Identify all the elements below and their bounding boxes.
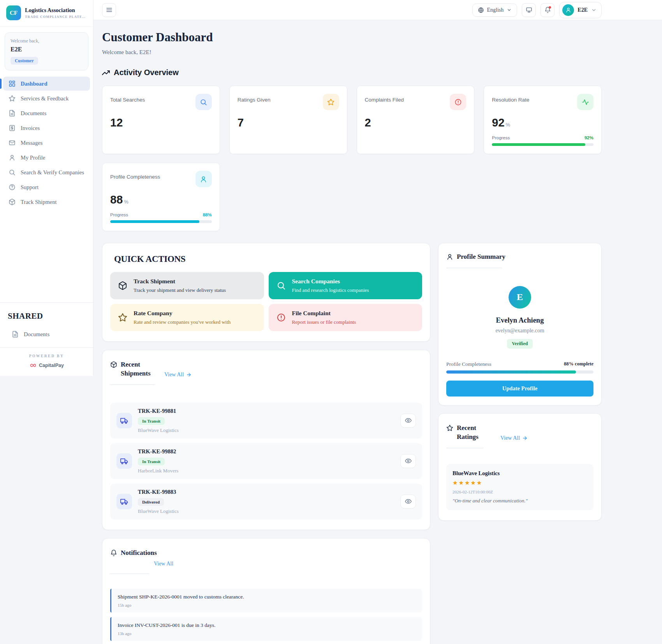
divider — [446, 448, 483, 448]
sidebar-item-label: Services & Feedback — [21, 95, 69, 102]
progress-bar — [492, 143, 593, 146]
quick-action-desc: Rate and review companies you've worked … — [134, 319, 231, 325]
sidebar-item-support[interactable]: Support — [3, 180, 90, 194]
sidebar-item-label: My Profile — [21, 154, 45, 161]
view-shipment-button[interactable] — [400, 495, 416, 509]
sidebar-item-services-feedback[interactable]: Services & Feedback — [3, 91, 90, 105]
quick-action-title: Search Companies — [292, 278, 369, 285]
stat-card-resolution-rate: Resolution Rate 92% Progress 92% — [484, 86, 602, 154]
shipments-view-all-link[interactable]: View All — [164, 372, 192, 378]
ratings-view-all-link[interactable]: View All — [500, 435, 528, 442]
page-title: Customer Dashboard — [102, 30, 602, 44]
view-shipment-button[interactable] — [400, 414, 416, 428]
notification-time: 13h ago — [118, 631, 416, 636]
main-area: English — [93, 0, 662, 644]
welcome-card: Welcome back, E2E Customer — [5, 32, 88, 70]
package-icon — [110, 360, 117, 378]
stat-label: Total Searches — [110, 94, 145, 103]
stat-card-complaints-filed: Complaints Filed 2 — [357, 86, 475, 154]
notification-text: Invoice INV-CUST-2026-001 is due in 3 da… — [118, 622, 416, 628]
activity-icon — [577, 94, 593, 110]
progress-bar — [110, 220, 212, 223]
user-icon — [9, 154, 16, 161]
tracking-number: TRK-KE-99881 — [138, 408, 179, 414]
display-mode-button[interactable] — [522, 3, 536, 17]
quick-actions-card: QUICK ACTIONS Track Shipment Track your … — [102, 243, 430, 342]
package-icon — [118, 281, 127, 290]
quick-action-rate-company[interactable]: Rate Company Rate and review companies y… — [110, 304, 264, 331]
sidebar-item-track-shipment[interactable]: Track Shipment — [3, 195, 90, 209]
profile-email: evelyn@example.com — [446, 328, 593, 334]
shipment-row: TRK-KE-99883 Delivered BlueWave Logistic… — [110, 484, 422, 519]
eye-icon — [405, 458, 412, 464]
sidebar-item-label: Dashboard — [21, 81, 48, 87]
quick-action-track-shipment[interactable]: Track Shipment Track your shipment and v… — [110, 272, 264, 299]
sidebar-item-dashboard[interactable]: Dashboard — [3, 77, 90, 91]
activity-overview-heading: Activity Overview — [114, 68, 179, 77]
document-icon — [9, 110, 16, 117]
stat-value: 92% — [492, 116, 593, 129]
alert-circle-icon — [276, 313, 286, 322]
stat-card-ratings-given: Ratings Given 7 — [229, 86, 347, 154]
notification-dot — [549, 6, 551, 9]
stat-label: Profile Completeness — [110, 171, 160, 180]
sidebar-item-invoices[interactable]: Invoices — [3, 121, 90, 135]
notifications-button[interactable] — [541, 3, 555, 17]
stat-label: Resolution Rate — [492, 94, 529, 103]
content: Customer Dashboard Welcome back, E2E! Ac… — [93, 20, 662, 644]
hamburger-menu-button[interactable] — [102, 3, 116, 17]
brand-subtitle: TRADE COMPLIANCE PLATF... — [25, 15, 86, 19]
stat-unit: % — [124, 199, 129, 205]
star-icon — [9, 95, 16, 102]
capitalpay-brand-text: CapitalPay — [39, 363, 64, 368]
sidebar-spacer — [0, 210, 93, 302]
document-icon — [12, 331, 19, 338]
hamburger-icon — [106, 7, 113, 13]
capitalpay-logo-icon — [29, 363, 37, 368]
search-icon — [195, 94, 212, 110]
stat-value: 88% — [110, 193, 212, 206]
stat-value: 12 — [110, 116, 212, 129]
star-icon — [446, 424, 453, 442]
rating-quote: "On-time and clear communication." — [452, 498, 587, 504]
shipment-company: HarborLink Movers — [138, 468, 178, 474]
rating-item: BlueWave Logistics ★★★★★ 2026-02-12T10:0… — [446, 464, 593, 510]
sidebar-item-search-verify[interactable]: Search & Verify Companies — [3, 165, 90, 179]
brand: CF Logistics Association TRADE COMPLIANC… — [0, 0, 93, 27]
notifications-view-all-link[interactable]: View All — [154, 561, 422, 567]
chevron-down-icon — [507, 7, 512, 12]
quick-action-search-companies[interactable]: Search Companies Find and research logis… — [269, 272, 423, 299]
view-shipment-button[interactable] — [400, 454, 416, 468]
sidebar-item-my-profile[interactable]: My Profile — [3, 151, 90, 165]
divider — [110, 574, 149, 574]
sidebar-item-label: Documents — [21, 110, 46, 117]
sidebar-item-label: Search & Verify Companies — [21, 169, 84, 176]
progress-label: Progress — [110, 212, 128, 217]
truck-icon — [116, 453, 132, 469]
sidebar-item-documents[interactable]: Documents — [3, 106, 90, 120]
progress-value: 92% — [585, 135, 593, 140]
stat-value: 2 — [365, 116, 467, 129]
powered-by: POWERED BY CapitalPay — [0, 347, 93, 376]
alert-circle-icon — [450, 94, 466, 110]
user-icon — [446, 253, 453, 261]
page-subtitle: Welcome back, E2E! — [102, 49, 602, 56]
welcome-greeting: Welcome back, — [11, 38, 83, 44]
completeness-value: 88% complete — [564, 361, 593, 367]
role-badge: Customer — [11, 57, 38, 65]
status-badge: Delivered — [138, 498, 164, 506]
sidebar-item-messages[interactable]: Messages — [3, 136, 90, 150]
status-badge: In Transit — [138, 458, 165, 465]
profile-name: Evelyn Achieng — [446, 316, 593, 325]
notification-item: Invoice INV-CUST-2026-001 is due in 3 da… — [110, 617, 422, 641]
profile-summary-card: Profile Summary E Evelyn Achieng evelyn@… — [438, 243, 602, 405]
user-menu[interactable]: E2E — [559, 2, 602, 18]
language-selector[interactable]: English — [472, 4, 518, 17]
sidebar-item-shared-documents[interactable]: Documents — [6, 327, 87, 341]
shipment-row: TRK-KE-99881 In Transit BlueWave Logisti… — [110, 403, 422, 439]
topbar: English — [93, 0, 662, 20]
quick-actions-heading: QUICK ACTIONS — [114, 254, 422, 264]
user-avatar — [562, 4, 574, 16]
update-profile-button[interactable]: Update Profile — [446, 381, 593, 397]
quick-action-file-complaint[interactable]: File Complaint Report issues or file com… — [269, 304, 423, 331]
